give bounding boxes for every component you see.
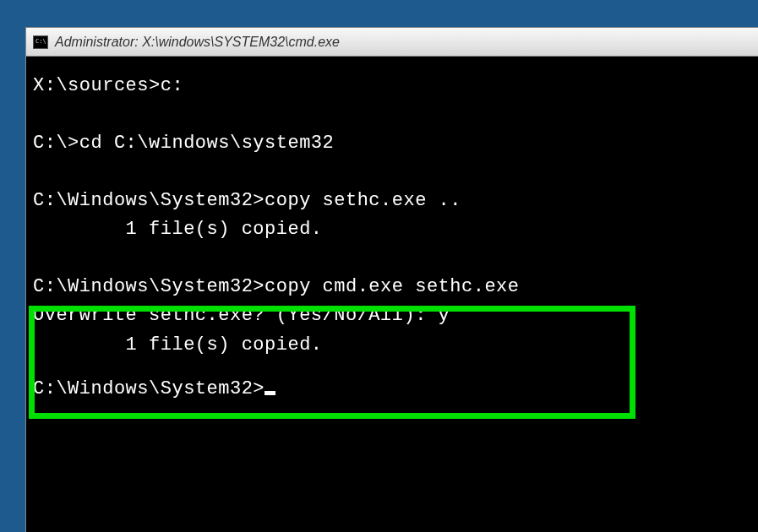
- terminal-line: C:\Windows\System32>copy cmd.exe sethc.e…: [33, 273, 753, 301]
- prompt: C:\Windows\System32>: [33, 276, 264, 297]
- window-title: Administrator: X:\windows\SYSTEM32\cmd.e…: [55, 35, 340, 50]
- cursor: [264, 391, 275, 395]
- cmd-icon-text: C:\: [35, 39, 46, 45]
- terminal-line: C:\Windows\System32>copy sethc.exe ..: [33, 187, 753, 215]
- command: cd C:\windows\system32: [79, 133, 334, 154]
- terminal-line: C:\>cd C:\windows\system32: [33, 129, 753, 158]
- terminal-line: C:\Windows\System32>: [33, 375, 753, 404]
- terminal-output: 1 file(s) copied.: [33, 215, 753, 244]
- titlebar[interactable]: C:\ Administrator: X:\windows\SYSTEM32\c…: [26, 28, 758, 57]
- terminal-line: Overwrite sethc.exe? (Yes/No/All): y: [33, 301, 753, 330]
- terminal-line: X:\sources>c:: [33, 72, 753, 100]
- terminal-output: 1 file(s) copied.: [33, 331, 753, 360]
- command: copy cmd.exe sethc.exe: [264, 276, 519, 297]
- prompt: C:\Windows\System32>: [33, 190, 264, 211]
- prompt: C:\Windows\System32>: [33, 378, 264, 399]
- user-input: y: [439, 305, 450, 326]
- terminal-body[interactable]: X:\sources>c: C:\>cd C:\windows\system32…: [26, 57, 758, 532]
- command: copy sethc.exe ..: [264, 190, 461, 211]
- cmd-icon: C:\: [33, 35, 48, 49]
- prompt: X:\sources>: [33, 75, 161, 96]
- overwrite-prompt: Overwrite sethc.exe? (Yes/No/All):: [33, 305, 439, 326]
- prompt: C:\>: [33, 133, 79, 154]
- command: c:: [161, 75, 183, 96]
- cmd-window: C:\ Administrator: X:\windows\SYSTEM32\c…: [25, 27, 758, 532]
